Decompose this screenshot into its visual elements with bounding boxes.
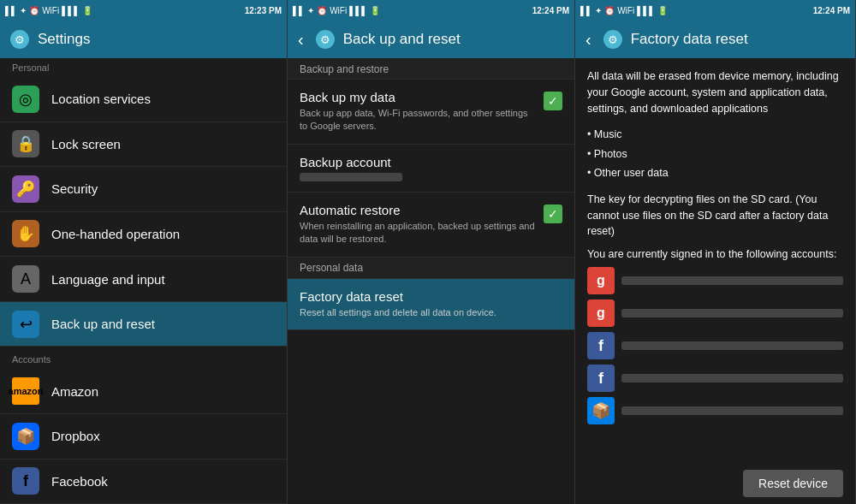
lock-icon: 🔒 — [12, 130, 39, 157]
back-arrow-3[interactable]: ‹ — [586, 30, 591, 50]
automatic-restore-item[interactable]: Automatic restore When reinstalling an a… — [288, 193, 574, 258]
google-account-row-1: g — [587, 267, 843, 294]
settings-title: Settings — [38, 31, 90, 48]
factory-reset-subtitle: Reset all settings and delete all data o… — [300, 306, 562, 319]
location-icon: ◎ — [12, 86, 39, 113]
backup-app-bar: ‹ ⚙ Back up and reset — [288, 21, 574, 58]
language-icon: A — [12, 265, 39, 293]
backup-restore-section-label: Backup and restore — [288, 58, 574, 80]
sidebar-item-location[interactable]: ◎ Location services — [0, 77, 287, 122]
backup-account-title: Backup account — [300, 155, 562, 169]
amazon-icon: amazon — [12, 377, 39, 405]
signal-icon: ▌▌ — [5, 6, 17, 15]
sidebar-item-dropbox[interactable]: 📦 Dropbox — [0, 414, 287, 460]
factory-reset-item[interactable]: Factory data reset Reset all settings an… — [288, 279, 574, 330]
backup-account-content: Backup account — [300, 155, 562, 181]
bluetooth-icon: ✦ — [20, 6, 27, 15]
sidebar-item-security[interactable]: 🔑 Security — [0, 167, 287, 212]
bluetooth-icon-2: ✦ — [307, 6, 314, 15]
status-bar-3: ▌▌ ✦ ⏰ WiFi ▌▌▌ 🔋 12:24 PM — [575, 0, 855, 21]
settings-panel: ▌▌ ✦ ⏰ WiFi ▌▌▌ 🔋 12:23 PM ⚙ Settings Pe… — [0, 0, 288, 504]
factory-content-area: All data will be erased from device memo… — [575, 58, 855, 463]
sidebar-item-backup[interactable]: ↩ Back up and reset — [0, 302, 287, 347]
bluetooth-icon-3: ✦ — [595, 6, 602, 15]
dropbox-email-bar — [621, 406, 843, 415]
onehanded-label: One-handed operation — [51, 227, 180, 241]
sidebar-item-onehanded[interactable]: ✋ One-handed operation — [0, 212, 287, 258]
signal4-icon-2: ▌▌▌ — [349, 6, 367, 15]
accounts-section-label: Accounts — [0, 350, 287, 369]
amazon-label: Amazon — [51, 384, 98, 399]
alarm-icon-3: ⏰ — [604, 6, 615, 15]
factory-panel: ▌▌ ✦ ⏰ WiFi ▌▌▌ 🔋 12:24 PM ‹ ⚙ Factory d… — [575, 0, 856, 504]
backup-gear-icon: ⚙ — [316, 30, 335, 49]
backup-label: Back up and reset — [51, 317, 155, 331]
sidebar-item-lockscreen[interactable]: 🔒 Lock screen — [0, 122, 287, 168]
facebook-email-bar-1 — [621, 341, 843, 350]
location-label: Location services — [51, 92, 151, 106]
alarm-icon-2: ⏰ — [317, 6, 327, 15]
backup-my-data-subtitle: Back up app data, Wi-Fi passwords, and o… — [300, 107, 537, 133]
facebook-icon-1: f — [587, 332, 615, 359]
personal-data-section-label: Personal data — [288, 258, 574, 279]
factory-title: Factory data reset — [631, 31, 748, 48]
sidebar-item-amazon[interactable]: amazon Amazon — [0, 369, 287, 414]
factory-reset-content: Factory data reset Reset all settings an… — [300, 289, 562, 319]
factory-accounts-label: You are currently signed in to the follo… — [587, 248, 843, 260]
automatic-restore-title: Automatic restore — [300, 203, 537, 217]
wifi-icon: WiFi — [42, 6, 59, 15]
wifi-icon-3: WiFi — [617, 6, 634, 15]
battery-icon: 🔋 — [82, 6, 92, 15]
dropbox-icon-account: 📦 — [587, 397, 615, 424]
automatic-restore-checkbox[interactable]: ✓ — [544, 205, 562, 223]
battery-icon-2: 🔋 — [370, 6, 380, 15]
language-label: Language and input — [51, 272, 165, 287]
backup-my-data-checkbox[interactable]: ✓ — [544, 92, 562, 110]
automatic-restore-subtitle: When reinstalling an application, backed… — [300, 220, 537, 246]
signal-icon-2: ▌▌ — [293, 6, 305, 15]
factory-list-item-music: • Music — [587, 125, 843, 145]
backup-my-data-title: Back up my data — [300, 90, 537, 104]
status-icons-left: ▌▌ ✦ ⏰ WiFi ▌▌▌ 🔋 — [5, 6, 92, 15]
lockscreen-label: Lock screen — [51, 137, 121, 151]
security-label: Security — [51, 181, 98, 196]
factory-list-item-photos: • Photos — [587, 145, 843, 164]
backup-my-data-item[interactable]: Back up my data Back up app data, Wi-Fi … — [288, 80, 574, 145]
reset-button-row: Reset device — [575, 463, 855, 504]
settings-gear-icon: ⚙ — [10, 30, 29, 49]
signal-icon-3: ▌▌ — [580, 6, 592, 15]
google-email-bar-2 — [621, 309, 843, 317]
backup-icon: ↩ — [12, 311, 39, 338]
status-bar-1: ▌▌ ✦ ⏰ WiFi ▌▌▌ 🔋 12:23 PM — [0, 0, 287, 21]
backup-account-value — [300, 173, 402, 181]
dropbox-icon: 📦 — [12, 423, 39, 450]
status-time-2: 12:24 PM — [532, 6, 569, 15]
facebook-account-row-2: f — [587, 365, 843, 392]
factory-sd-text: The key for decrypting files on the SD c… — [587, 192, 843, 240]
status-icons-left-3: ▌▌ ✦ ⏰ WiFi ▌▌▌ 🔋 — [580, 6, 668, 15]
facebook-label: Facebook — [51, 474, 108, 489]
google-account-row-2: g — [587, 299, 843, 327]
dropbox-label: Dropbox — [51, 429, 100, 443]
status-time-3: 12:24 PM — [813, 6, 850, 15]
backup-account-item[interactable]: Backup account — [288, 145, 574, 193]
dropbox-account-row: 📦 — [587, 397, 843, 424]
security-icon: 🔑 — [12, 175, 39, 203]
google-icon-2: g — [587, 299, 615, 327]
alarm-icon: ⏰ — [29, 6, 39, 15]
reset-device-button[interactable]: Reset device — [743, 470, 843, 497]
factory-reset-title: Factory data reset — [300, 289, 562, 304]
google-icon-1: g — [587, 267, 615, 294]
sidebar-item-language[interactable]: A Language and input — [0, 257, 287, 302]
signal4-icon-3: ▌▌▌ — [637, 6, 655, 15]
automatic-restore-content: Automatic restore When reinstalling an a… — [300, 203, 537, 246]
sidebar-item-facebook[interactable]: f Facebook — [0, 460, 287, 505]
status-bar-2: ▌▌ ✦ ⏰ WiFi ▌▌▌ 🔋 12:24 PM — [288, 0, 574, 21]
status-time-1: 12:23 PM — [245, 6, 282, 15]
back-arrow-2[interactable]: ‹ — [298, 30, 304, 50]
personal-section-label: Personal — [0, 58, 287, 77]
google-email-bar-1 — [621, 276, 843, 285]
facebook-icon-2: f — [587, 365, 615, 392]
factory-warning-text: All data will be erased from device memo… — [587, 68, 843, 116]
backup-panel: ▌▌ ✦ ⏰ WiFi ▌▌▌ 🔋 12:24 PM ‹ ⚙ Back up a… — [288, 0, 575, 504]
